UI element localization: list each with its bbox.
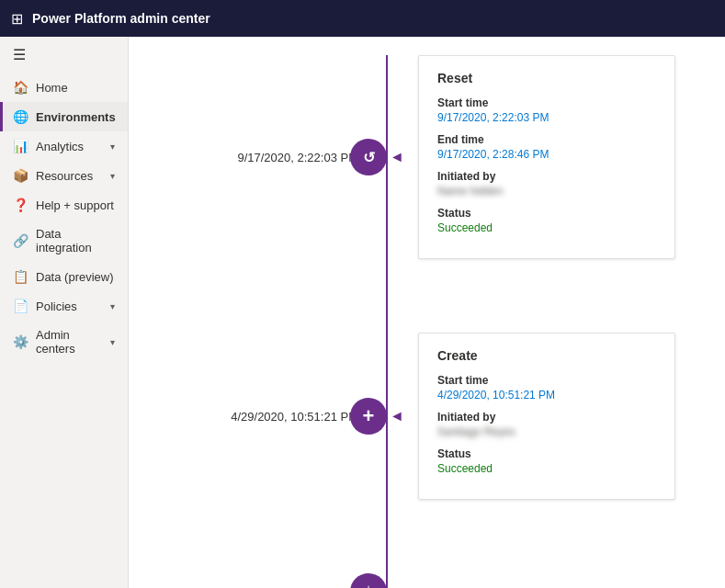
sidebar-item-admin-centers[interactable]: ⚙️ Admin centers ▾ — [0, 321, 128, 363]
sidebar-item-home[interactable]: 🏠 Home — [0, 73, 128, 102]
sidebar-label-environments: Environments — [36, 110, 116, 124]
card-field-start-time: Start time 9/17/2020, 2:22:03 PM — [437, 96, 656, 124]
timeline-date: 4/29/2020, 10:51:21 PM — [165, 410, 358, 424]
sidebar-label-home: Home — [36, 81, 115, 95]
sidebar-icon-environments: 🌐 — [13, 109, 28, 124]
chevron-icon-policies: ▾ — [110, 301, 115, 311]
timeline-node-create-event[interactable]: + — [350, 398, 387, 435]
sidebar-icon-help-support: ❓ — [13, 198, 28, 212]
timeline-arrow-reset-event: ◄ — [390, 149, 404, 165]
sidebar-icon-admin-centers: ⚙️ — [13, 334, 28, 349]
timeline: 9/17/2020, 2:22:03 PM ↺ ◄ Reset Start ti… — [165, 55, 688, 588]
sidebar-label-policies: Policies — [36, 300, 103, 313]
sidebar-icon-resources: 📦 — [13, 168, 28, 183]
card-field-label: Start time — [437, 96, 656, 109]
card-field-status: Status Succeeded — [437, 207, 656, 234]
card-field-initiated-by: Initiated by Name hidden — [437, 170, 656, 198]
card-field-end-time: End time 9/17/2020, 2:28:46 PM — [437, 133, 656, 161]
timeline-node-reset-event[interactable]: ↺ — [350, 139, 387, 175]
card-field-label: Status — [437, 207, 656, 220]
sidebar-label-analytics: Analytics — [36, 140, 103, 153]
content-area: 9/17/2020, 2:22:03 PM ↺ ◄ Reset Start ti… — [129, 37, 725, 588]
card-field-status: Status Succeeded — [437, 447, 656, 475]
sidebar-label-data-integration: Data integration — [36, 227, 115, 254]
topbar: ⊞ Power Platform admin center — [0, 0, 725, 37]
sidebar-item-analytics[interactable]: 📊 Analytics ▾ — [0, 131, 128, 161]
sidebar-icon-analytics: 📊 — [13, 139, 28, 153]
sidebar: ☰ 🏠 Home 🌐 Environments 📊 Analytics ▾ 📦 … — [0, 37, 129, 588]
sidebar-icon-policies: 📄 — [13, 299, 28, 313]
timeline-arrow-create-event: ◄ — [390, 408, 404, 424]
timeline-event-reset-event: 9/17/2020, 2:22:03 PM ↺ ◄ Reset Start ti… — [368, 55, 688, 259]
timeline-card-create-event: Create Start time 4/29/2020, 10:51:21 PM… — [418, 333, 675, 500]
card-field-label: Initiated by — [437, 411, 656, 424]
sidebar-label-data-preview: Data (preview) — [36, 270, 115, 284]
sidebar-item-data-integration[interactable]: 🔗 Data integration — [0, 220, 128, 262]
timeline-card-reset-event: Reset Start time 9/17/2020, 2:22:03 PM E… — [418, 55, 675, 259]
main-layout: ☰ 🏠 Home 🌐 Environments 📊 Analytics ▾ 📦 … — [0, 37, 725, 588]
card-field-start-time: Start time 4/29/2020, 10:51:21 PM — [437, 374, 656, 401]
topbar-title: Power Platform admin center — [32, 11, 210, 26]
card-title: Create — [437, 348, 656, 363]
timeline-event-create-event: 4/29/2020, 10:51:21 PM + ◄ Create Start … — [368, 333, 688, 500]
waffle-icon[interactable]: ⊞ — [11, 10, 23, 28]
card-field-label: Status — [437, 447, 656, 460]
sidebar-item-policies[interactable]: 📄 Policies ▾ — [0, 291, 128, 321]
card-title: Reset — [437, 71, 656, 85]
timeline-star-node-container: ☆ — [368, 573, 688, 588]
sidebar-item-help-support[interactable]: ❓ Help + support — [0, 190, 128, 220]
card-field-value: 9/17/2020, 2:22:03 PM — [437, 111, 656, 124]
sidebar-item-data-preview[interactable]: 📋 Data (preview) — [0, 262, 128, 291]
card-field-label: End time — [437, 133, 656, 146]
card-field-label: Initiated by — [437, 170, 656, 183]
sidebar-item-resources[interactable]: 📦 Resources ▾ — [0, 161, 128, 190]
card-field-value: 9/17/2020, 2:28:46 PM — [437, 148, 656, 161]
card-field-initiated-by: Initiated by Santiago Reyes — [437, 411, 656, 438]
sidebar-icon-data-preview: 📋 — [13, 269, 28, 284]
chevron-icon-analytics: ▾ — [110, 141, 115, 152]
sidebar-icon-data-integration: 🔗 — [13, 233, 28, 248]
card-field-label: Start time — [437, 374, 656, 387]
chevron-icon-admin-centers: ▾ — [110, 337, 115, 347]
card-field-value: Name hidden — [437, 185, 656, 198]
sidebar-item-environments[interactable]: 🌐 Environments — [0, 102, 128, 131]
chevron-icon-resources: ▾ — [110, 171, 115, 181]
sidebar-label-help-support: Help + support — [36, 198, 115, 212]
card-field-value: Santiago Reyes — [437, 425, 656, 438]
timeline-date: 9/17/2020, 2:22:03 PM — [165, 151, 358, 164]
sidebar-icon-home: 🏠 — [13, 80, 28, 95]
hamburger-button[interactable]: ☰ — [0, 37, 128, 73]
card-field-value: Succeeded — [437, 462, 656, 475]
sidebar-label-admin-centers: Admin centers — [36, 328, 103, 356]
card-field-value: Succeeded — [437, 221, 656, 234]
sidebar-label-resources: Resources — [36, 169, 103, 183]
timeline-star-node[interactable]: ☆ — [350, 573, 387, 588]
card-field-value: 4/29/2020, 10:51:21 PM — [437, 389, 656, 401]
